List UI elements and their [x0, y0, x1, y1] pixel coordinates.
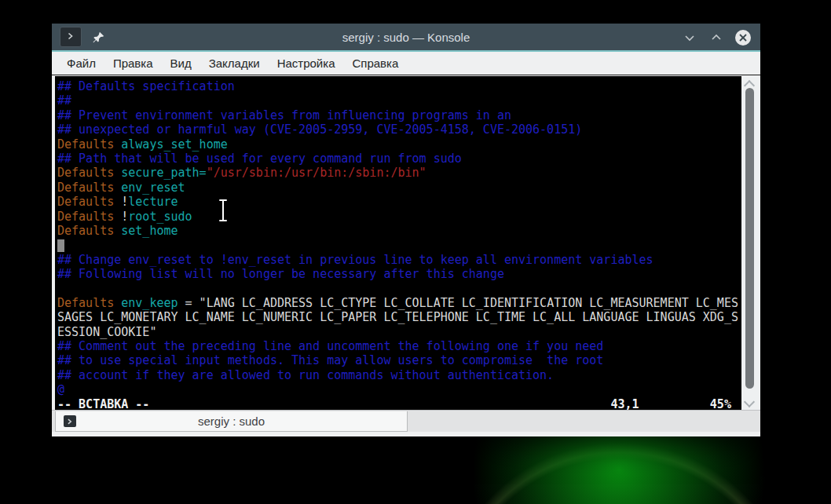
close-button[interactable] [734, 28, 752, 47]
scrollbar[interactable] [741, 76, 759, 410]
terminal-line: SAGES LC_MONETARY LC_NAME LC_NUMERIC LC_… [57, 310, 741, 324]
tab-sergiy-sudo[interactable]: sergiy : sudo [55, 411, 408, 432]
scroll-down-icon[interactable] [745, 395, 754, 404]
terminal-screen[interactable]: ## Defaults specification#### Prevent en… [55, 76, 741, 410]
menu-item-4[interactable]: Закладки [200, 53, 269, 73]
terminal-line: ## account if they are allowed to run co… [57, 368, 741, 382]
tab-bar: sergiy : sudo [52, 410, 760, 432]
terminal-line: @ [57, 382, 741, 396]
konsole-window: sergiy : sudo — Konsole ФайлПравкаВидЗак… [52, 24, 760, 436]
terminal-line: Defaults !root_sudo [57, 210, 741, 224]
terminal-line: ## to use special input methods. This ma… [57, 353, 741, 367]
terminal-line: Defaults env_reset [57, 181, 741, 195]
terminal-line [57, 281, 741, 295]
menu-item-3[interactable]: Вид [162, 53, 200, 73]
terminal-line: ## [57, 93, 741, 108]
konsole-prompt-icon [64, 415, 76, 427]
menu-item-1[interactable]: Файл [58, 53, 104, 73]
terminal-line: Defaults set_home [57, 224, 741, 238]
minimize-button[interactable] [680, 28, 699, 47]
menu-item-6[interactable]: Справка [343, 53, 407, 73]
scrollbar-thumb[interactable] [745, 88, 754, 389]
terminal-line: ## Change env_reset to !env_reset in pre… [57, 253, 741, 267]
konsole-prompt-icon [66, 30, 75, 44]
terminal-line: ## Following list will no longer be nece… [57, 267, 741, 281]
window-title: sergiy : sudo — Konsole [52, 31, 760, 44]
terminal-line: Defaults env_keep = "LANG LC_ADDRESS LC_… [57, 296, 741, 310]
menu-bar: ФайлПравкаВидЗакладкиНастройкаСправка [52, 52, 760, 75]
terminal-line: ## Defaults specification [57, 79, 741, 93]
terminal-line: Defaults !lecture [57, 195, 741, 209]
tab-label: sergiy : sudo [76, 415, 386, 428]
terminal-line: Defaults always_set_home [57, 137, 741, 152]
menu-item-2[interactable]: Правка [104, 53, 162, 73]
terminal-line [57, 238, 741, 252]
titlebar[interactable]: sergiy : sudo — Konsole [52, 24, 760, 52]
terminal-line: -- ВСТАВКА -- 43,1 45% [57, 397, 741, 410]
terminal-line: ESSION_COOKIE" [57, 325, 741, 339]
terminal-line: Defaults secure_path="/usr/sbin:/usr/bin… [57, 166, 741, 180]
menu-item-5[interactable]: Настройка [269, 53, 344, 73]
window-menu-button[interactable] [60, 27, 82, 47]
terminal-line: ## Path that will be used for every comm… [57, 152, 741, 166]
terminal-line: ## Comment out the preceding line and un… [57, 339, 741, 353]
terminal-line: ## Prevent environment variables from in… [57, 108, 741, 122]
pin-icon[interactable] [91, 30, 105, 44]
text-cursor [57, 239, 64, 252]
scroll-up-icon[interactable] [745, 79, 754, 87]
maximize-button[interactable] [707, 28, 726, 47]
terminal-line: ## unexpected or harmful way (CVE-2005-2… [57, 122, 741, 137]
